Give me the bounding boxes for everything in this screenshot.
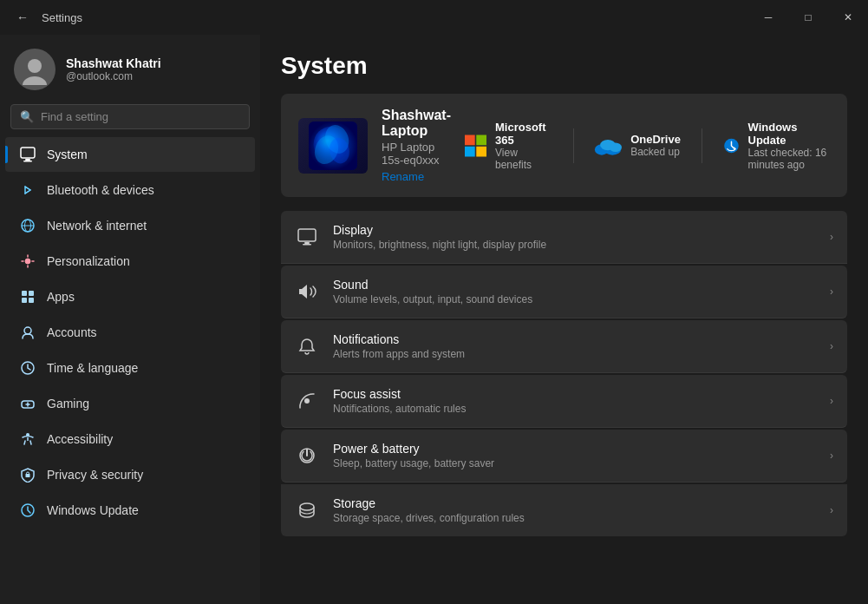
settings-item-notifications[interactable]: Notifications Alerts from apps and syste… <box>281 320 847 373</box>
divider-2 <box>702 128 702 163</box>
svg-rect-34 <box>298 229 316 241</box>
svg-point-1 <box>23 76 47 85</box>
sound-text: Sound Volume levels, output, input, soun… <box>333 278 816 305</box>
settings-item-focus[interactable]: Focus assist Notifications, automatic ru… <box>281 375 847 428</box>
personalization-icon <box>19 253 36 270</box>
sidebar-item-accounts-label: Accounts <box>47 325 97 339</box>
sidebar-item-system[interactable]: System <box>5 137 255 172</box>
window-controls: ─ □ ✕ <box>748 0 868 35</box>
svg-point-37 <box>304 398 310 404</box>
svg-rect-11 <box>22 298 27 303</box>
onedrive-info: OneDrive Backed up <box>630 133 681 158</box>
sidebar-item-accounts[interactable]: Accounts <box>5 315 255 350</box>
svg-rect-12 <box>29 298 34 303</box>
focus-text: Focus assist Notifications, automatic ru… <box>333 387 816 415</box>
svg-rect-9 <box>22 291 27 296</box>
settings-item-display[interactable]: Display Monitors, brightness, night ligh… <box>281 211 847 264</box>
windowsupdate-icon <box>19 502 36 519</box>
sidebar-item-accessibility[interactable]: Accessibility <box>5 422 255 456</box>
ms365-name: Microsoft 365 <box>495 121 552 147</box>
focus-title: Focus assist <box>333 387 816 401</box>
search-box[interactable]: 🔍 <box>10 104 250 129</box>
power-chevron: › <box>830 450 833 462</box>
maximize-button[interactable]: □ <box>788 0 828 35</box>
gaming-icon <box>19 395 36 412</box>
sidebar-item-gaming[interactable]: Gaming <box>5 386 255 421</box>
title-bar-title: Settings <box>42 11 82 24</box>
settings-item-power[interactable]: Power & battery Sleep, battery usage, ba… <box>281 430 847 483</box>
storage-subtitle: Storage space, drives, configuration rul… <box>333 512 816 524</box>
onedrive-item: OneDrive Backed up <box>594 133 681 158</box>
title-bar: ← Settings ─ □ ✕ <box>0 0 868 35</box>
svg-point-32 <box>610 142 622 152</box>
focus-icon <box>295 389 319 413</box>
settings-list: Display Monitors, brightness, night ligh… <box>281 211 847 536</box>
apps-icon <box>19 288 36 305</box>
settings-item-storage[interactable]: Storage Storage space, drives, configura… <box>281 484 847 536</box>
sidebar-item-network[interactable]: Network & internet <box>5 208 255 243</box>
svg-point-0 <box>28 59 42 73</box>
svg-rect-28 <box>476 146 486 156</box>
device-rename[interactable]: Rename <box>382 170 451 183</box>
sidebar-item-privacy-label: Privacy & security <box>47 468 143 482</box>
accessibility-icon <box>19 430 36 448</box>
storage-text: Storage Storage space, drives, configura… <box>333 496 816 524</box>
search-icon: 🔍 <box>20 110 34 123</box>
display-subtitle: Monitors, brightness, night light, displ… <box>333 239 816 251</box>
svg-rect-35 <box>304 242 310 244</box>
sidebar-item-windowsupdate[interactable]: Windows Update <box>5 493 255 528</box>
sidebar-item-windowsupdate-label: Windows Update <box>47 503 139 517</box>
privacy-icon <box>19 466 36 483</box>
power-subtitle: Sleep, battery usage, battery saver <box>333 457 816 469</box>
wu-info: Windows Update Last checked: 16 minutes … <box>748 121 830 171</box>
ms365-sub: View benefits <box>495 147 552 171</box>
sidebar-item-privacy[interactable]: Privacy & security <box>5 457 255 492</box>
settings-item-sound[interactable]: Sound Volume levels, output, input, soun… <box>281 266 847 318</box>
notifications-text: Notifications Alerts from apps and syste… <box>333 332 816 360</box>
minimize-button[interactable]: ─ <box>748 0 788 35</box>
sound-title: Sound <box>333 278 816 292</box>
device-info: Shashwat-Laptop HP Laptop 15s-eq0xxx Ren… <box>382 108 451 183</box>
sidebar-item-personalization[interactable]: Personalization <box>5 244 255 279</box>
notifications-title: Notifications <box>333 332 816 346</box>
sidebar-item-time[interactable]: Time & language <box>5 351 255 385</box>
close-button[interactable]: ✕ <box>828 0 868 35</box>
sidebar-item-bluetooth[interactable]: Bluetooth & devices <box>5 173 255 207</box>
sidebar-item-apps[interactable]: Apps <box>5 279 255 314</box>
sidebar-item-personalization-label: Personalization <box>47 254 130 268</box>
ms365-info: Microsoft 365 View benefits <box>495 121 552 171</box>
display-text: Display Monitors, brightness, night ligh… <box>333 223 816 251</box>
main-content: System <box>260 35 868 604</box>
svg-point-8 <box>25 259 30 264</box>
sidebar-item-system-label: System <box>47 148 88 161</box>
device-model: HP Laptop 15s-eq0xxx <box>382 141 451 167</box>
sound-icon <box>295 279 319 304</box>
svg-rect-10 <box>29 291 34 296</box>
sidebar-item-gaming-label: Gaming <box>47 397 89 410</box>
storage-chevron: › <box>830 504 833 516</box>
display-icon <box>295 225 319 249</box>
onedrive-sub: Backed up <box>630 146 681 158</box>
notifications-chevron: › <box>830 340 833 352</box>
time-icon <box>19 359 36 377</box>
sidebar: Shashwat Khatri @outlook.com 🔍 System <box>0 35 260 604</box>
sidebar-item-apps-label: Apps <box>47 290 75 304</box>
device-apps: Microsoft 365 View benefits OneDrive <box>465 121 830 171</box>
svg-rect-4 <box>23 161 32 162</box>
focus-subtitle: Notifications, automatic rules <box>333 403 816 415</box>
back-button[interactable]: ← <box>10 5 35 30</box>
user-section[interactable]: Shashwat Khatri @outlook.com <box>0 35 260 101</box>
user-info: Shashwat Khatri @outlook.com <box>66 56 161 82</box>
divider-1 <box>573 128 574 163</box>
notifications-icon <box>295 334 319 358</box>
search-input[interactable] <box>41 110 240 123</box>
power-title: Power & battery <box>333 442 816 456</box>
svg-rect-26 <box>476 135 486 145</box>
wu-item: Windows Update Last checked: 16 minutes … <box>723 121 830 171</box>
power-text: Power & battery Sleep, battery usage, ba… <box>333 442 816 469</box>
svg-rect-36 <box>303 244 311 246</box>
bluetooth-icon <box>19 181 36 199</box>
power-icon <box>295 443 319 468</box>
nav-list: System Bluetooth & devices <box>0 136 260 528</box>
focus-chevron: › <box>830 395 833 407</box>
